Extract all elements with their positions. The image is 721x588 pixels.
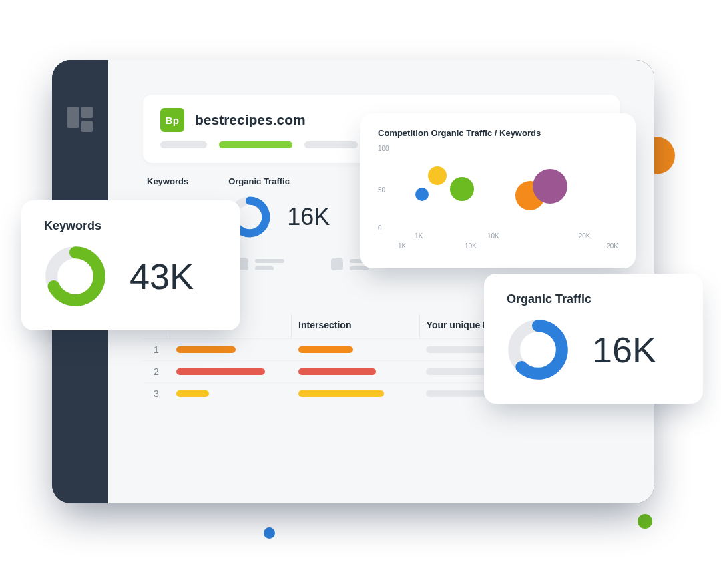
x-tick: 20K: [579, 232, 591, 240]
decor-dot-green: [638, 514, 652, 529]
app-logo-icon[interactable]: [67, 107, 93, 132]
card-title: Organic Traffic: [507, 292, 680, 306]
card-title: Keywords: [44, 219, 218, 233]
donut-icon: [44, 245, 107, 308]
filter-item[interactable]: [236, 258, 284, 270]
mini-label: Organic Traffic: [228, 176, 330, 186]
row-num: 1: [143, 339, 170, 361]
bubble-chart: 100 50 0 1K 10K 20K: [378, 148, 618, 228]
bubble-purple[interactable]: [533, 169, 567, 204]
y-tick: 50: [378, 186, 385, 194]
bubble-blue[interactable]: [415, 188, 429, 201]
bubble-green[interactable]: [450, 177, 474, 201]
chart-lower-axis: 1K 10K 20K: [378, 242, 618, 250]
donut-icon: [507, 318, 569, 381]
mini-value: 16K: [287, 203, 330, 231]
mini-label: Keywords: [147, 176, 188, 186]
x-tick: 1K: [415, 232, 423, 240]
competition-chart-card: Competition Organic Traffic / Keywords 1…: [360, 113, 636, 268]
decor-dot-blue: [264, 527, 275, 539]
keywords-card: Keywords 43K: [21, 200, 240, 330]
domain-name: bestrecipes.com: [195, 112, 306, 128]
y-tick: 0: [378, 224, 382, 232]
col-intersection: Intersection: [292, 314, 420, 339]
x-tick: 10K: [487, 232, 499, 240]
y-tick: 100: [378, 145, 389, 152]
card-value: 16K: [592, 329, 656, 370]
site-favicon: Bp: [160, 108, 184, 132]
mini-metric-organic: Organic Traffic 16K: [228, 176, 330, 238]
chart-title: Competition Organic Traffic / Keywords: [378, 128, 618, 138]
row-num: 2: [143, 361, 170, 383]
card-value: 43K: [130, 256, 194, 297]
row-num: 3: [143, 383, 170, 405]
bubble-yellow[interactable]: [428, 166, 447, 185]
traffic-card: Organic Traffic 16K: [484, 274, 703, 404]
